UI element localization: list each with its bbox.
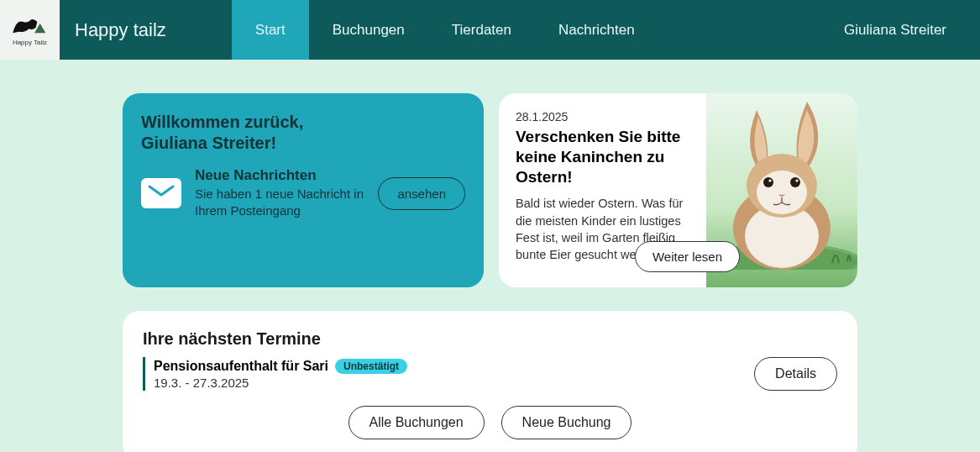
read-more-button[interactable]: Weiter lesen [635,241,740,272]
appointment-title-text: Pensionsaufenthalt für Sari [154,359,328,374]
status-badge: Unbestätigt [335,359,407,374]
appointment-row: Pensionsaufenthalt für Sari Unbestätigt … [143,357,837,391]
top-row: Willkommen zurück, Giuliana Streiter! Ne… [123,93,857,287]
logo-caption: Happy Tailz [13,39,47,46]
logo-image [9,13,51,39]
svg-point-8 [790,177,800,187]
svg-point-9 [768,179,771,181]
appointments-heading: Ihre nächsten Termine [143,329,837,349]
welcome-card: Willkommen zurück, Giuliana Streiter! Ne… [123,93,484,287]
appointment-dates: 19.3. - 27.3.2025 [154,376,742,390]
welcome-body: Neue Nachrichten Sie haben 1 neue Nachri… [141,167,465,220]
svg-point-10 [795,179,798,181]
details-button[interactable]: Details [754,357,837,391]
main-content: Willkommen zurück, Giuliana Streiter! Ne… [0,60,980,452]
nav-user[interactable]: Giuliana Streiter [820,0,980,60]
appointment-title: Pensionsaufenthalt für Sari Unbestätigt [154,359,742,374]
navbar: Happy Tailz Happy tailz Start Buchungen … [0,0,980,60]
mail-icon [141,178,181,208]
nav-start[interactable]: Start [232,0,309,60]
appointments-card: Ihre nächsten Termine Pensionsaufenthalt… [123,311,857,452]
svg-rect-0 [148,183,175,203]
svg-point-6 [757,171,807,214]
messages-heading: Neue Nachrichten [195,167,364,184]
messages-body: Sie haben 1 neue Nachricht in Ihrem Post… [195,186,364,220]
nav-nachrichten[interactable]: Nachrichten [535,0,658,60]
svg-point-7 [763,177,773,187]
view-messages-button[interactable]: ansehen [378,177,465,210]
news-card: 28.1.2025 Verschenken Sie bitte keine Ka… [499,93,857,287]
news-date: 28.1.2025 [516,110,698,124]
appointment-main: Pensionsaufenthalt für Sari Unbestätigt … [154,359,742,390]
news-title: Verschenken Sie bitte keine Kaninchen zu… [516,127,698,187]
nav-tierdaten[interactable]: Tierdaten [428,0,535,60]
logo[interactable]: Happy Tailz [0,0,60,60]
welcome-title: Willkommen zurück, Giuliana Streiter! [141,112,465,154]
welcome-line2: Giuliana Streiter! [141,134,276,152]
brand-title[interactable]: Happy tailz [60,0,181,60]
all-bookings-button[interactable]: Alle Buchungen [349,406,485,439]
nav-buchungen[interactable]: Buchungen [309,0,428,60]
appointment-actions: Alle Buchungen Neue Buchung [143,406,837,439]
welcome-line1: Willkommen zurück, [141,113,303,131]
messages-column: Neue Nachrichten Sie haben 1 neue Nachri… [195,167,364,220]
new-booking-button[interactable]: Neue Buchung [501,406,632,439]
